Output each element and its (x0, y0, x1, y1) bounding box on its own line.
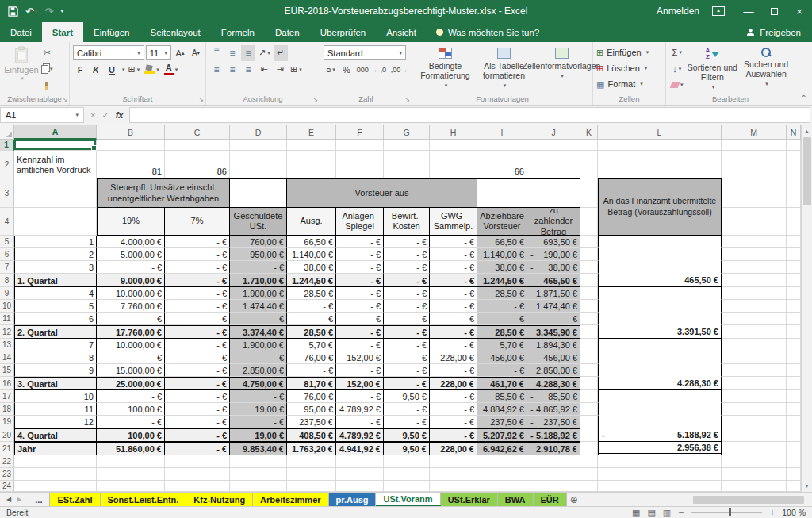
orientation-icon[interactable]: ↗▾ (257, 45, 272, 61)
cell-H4[interactable]: GWG-Sammelp. (430, 208, 477, 236)
cell-C13[interactable]: - € (165, 339, 230, 351)
row-header-3[interactable]: 3 (0, 178, 14, 208)
cell-F16[interactable]: 152,00 € (336, 377, 384, 390)
row-header-8[interactable]: 8 (0, 274, 14, 287)
cell-H6[interactable]: - € (430, 248, 477, 261)
cell-D11[interactable]: - € (230, 313, 287, 325)
italic-button[interactable]: K (89, 62, 103, 78)
column-header-E[interactable]: E (287, 125, 336, 140)
cell-M13[interactable] (722, 339, 787, 351)
borders-icon[interactable]: ⊞▾ (127, 62, 142, 78)
cell-I17[interactable]: 85,50 € (477, 390, 527, 403)
cell-J4[interactable]: zu zahlender Betrag (527, 208, 580, 236)
cell-K18[interactable] (580, 403, 598, 416)
cell-F20[interactable]: 4.789,92 € (336, 428, 384, 442)
cell-C7[interactable]: - € (165, 261, 230, 274)
cell-K9[interactable] (580, 287, 598, 300)
cell-K2[interactable] (580, 151, 598, 178)
cell-A4[interactable] (14, 208, 97, 236)
alignment-dialog-launcher-icon[interactable]: ↘ (312, 96, 318, 103)
cell-D17[interactable]: - € (230, 390, 287, 403)
cell-M6[interactable] (722, 248, 787, 261)
cell-N5[interactable] (787, 236, 801, 248)
cell-L19[interactable] (598, 416, 722, 428)
cell-B17[interactable]: - € (97, 390, 165, 403)
cell-C5[interactable]: - € (165, 236, 230, 248)
cell-D20[interactable]: 19,00 € (230, 428, 287, 442)
underline-button[interactable]: U (105, 62, 119, 78)
cell-A3[interactable] (14, 178, 97, 208)
cell-C22[interactable] (165, 455, 230, 468)
cell-E5[interactable]: 66,50 € (287, 236, 336, 248)
column-header-G[interactable]: G (384, 125, 430, 140)
cell-B21[interactable]: 51.860,00 € (97, 442, 165, 455)
column-header-L[interactable]: L (598, 125, 722, 140)
cell-F17[interactable]: - € (336, 390, 384, 403)
cell-M18[interactable] (722, 403, 787, 416)
merge-center-icon[interactable]: ⊞▾ (289, 62, 304, 78)
cell-J19[interactable]: -237,50 € (527, 416, 580, 428)
cell-M15[interactable] (722, 364, 787, 377)
cell-E20[interactable]: 408,50 € (287, 428, 336, 442)
cell-D22[interactable] (230, 455, 287, 468)
cell-I21[interactable]: 6.942,62 € (477, 442, 527, 455)
sheet-tab-Sonst.Leist.Entn.[interactable]: Sonst.Leist.Entn. (101, 493, 187, 506)
cell-A1[interactable] (14, 140, 97, 151)
cell-I6[interactable]: 1.140,00 € (477, 248, 527, 261)
paste-button[interactable]: Einfügen ▾ (3, 44, 40, 94)
cell-A21[interactable]: Jahr (14, 442, 97, 455)
cell-M23[interactable] (722, 468, 787, 481)
cell-M9[interactable] (722, 287, 787, 300)
cell-C17[interactable]: - € (165, 390, 230, 403)
cell-E18[interactable]: 95,00 € (287, 403, 336, 416)
row-header-10[interactable]: 10 (0, 300, 14, 313)
column-header-M[interactable]: M (722, 125, 787, 140)
cell-L14[interactable] (598, 351, 722, 364)
row-header-7[interactable]: 7 (0, 261, 14, 274)
cell-G11[interactable]: - € (384, 313, 430, 325)
cell-M22[interactable] (722, 455, 787, 468)
cell-K5[interactable] (580, 236, 598, 248)
cell-D7[interactable]: - € (230, 261, 287, 274)
cell-F7[interactable]: - € (336, 261, 384, 274)
cell-C9[interactable]: - € (165, 287, 230, 300)
cell-L9[interactable] (598, 287, 722, 300)
decrease-font-icon[interactable]: A▾ (189, 45, 203, 61)
customize-qat-icon[interactable]: ▾ (60, 8, 63, 14)
enter-icon[interactable]: ✓ (102, 110, 109, 121)
cell-N15[interactable] (787, 364, 801, 377)
cell-A9[interactable]: 4 (14, 287, 97, 300)
undo-icon[interactable]: ↶▾ (25, 6, 37, 17)
cancel-icon[interactable]: × (90, 110, 95, 120)
cell-I2[interactable]: 66 (477, 151, 527, 178)
cell-H10[interactable]: - € (430, 300, 477, 313)
sheet-tab-pr.Ausg[interactable]: pr.Ausg (329, 493, 377, 506)
prev-sheet-icon[interactable]: ◀ (6, 496, 11, 503)
clear-icon[interactable]: ▾ (669, 77, 685, 93)
cell-F11[interactable]: - € (336, 313, 384, 325)
font-dialog-launcher-icon[interactable]: ↘ (198, 96, 204, 103)
cell-B10[interactable]: 7.760,00 € (97, 300, 165, 313)
cell-C8[interactable]: - € (165, 274, 230, 287)
cell-I10[interactable]: - € (477, 300, 527, 313)
cell-H19[interactable]: - € (430, 416, 477, 428)
cell-G21[interactable]: 9,50 € (384, 442, 430, 455)
cell-B3[interactable]: Steuerpfl. Umsätze einschl. unentgeltlic… (97, 178, 230, 208)
cell-K7[interactable] (580, 261, 598, 274)
font-name-select[interactable]: Calibri▾ (73, 45, 144, 60)
cell-H15[interactable]: - € (430, 364, 477, 377)
add-sheet-icon[interactable]: ⊕ (567, 493, 581, 506)
row-header-13[interactable]: 13 (0, 339, 14, 351)
cell-I24[interactable] (477, 481, 527, 492)
row-header-4[interactable]: 4 (0, 208, 14, 236)
cell-L23[interactable] (598, 468, 722, 481)
collapse-ribbon-icon[interactable]: ⌃ (801, 94, 807, 102)
cell-B4[interactable]: 19% (97, 208, 165, 236)
column-header-N[interactable]: N (787, 125, 801, 140)
column-header-C[interactable]: C (165, 125, 230, 140)
sheet-tab-overflow[interactable]: ... (28, 493, 50, 506)
row-header-5[interactable]: 5 (0, 236, 14, 248)
cell-E7[interactable]: 38,00 € (287, 261, 336, 274)
cell-L7[interactable] (598, 261, 722, 274)
font-color-icon[interactable]: A▾ (163, 62, 180, 78)
